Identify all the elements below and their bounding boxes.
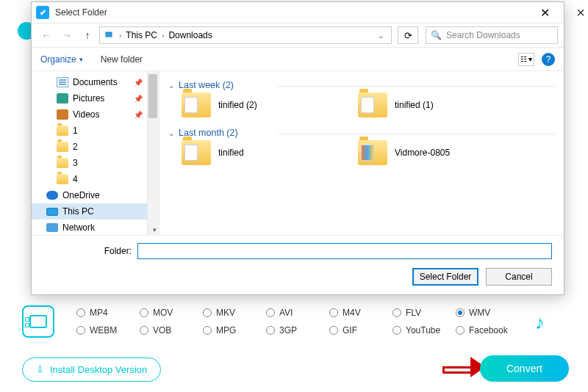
format-label: MPG	[216, 325, 236, 335]
tree-node-2[interactable]: 2	[32, 139, 159, 155]
format-mpg[interactable]: MPG	[203, 325, 263, 335]
radio-icon	[329, 326, 338, 335]
folder-item-label: Vidmore-0805	[395, 148, 450, 158]
cloud-icon	[46, 191, 58, 200]
download-icon: ⇩	[36, 364, 44, 375]
select-folder-button[interactable]: Select Folder	[412, 268, 478, 286]
format-label: MP4	[90, 308, 108, 318]
format-wmv[interactable]: WMV	[456, 308, 516, 318]
video-category-icon[interactable]	[22, 305, 54, 338]
dialog-navbar: ← → ↑ › This PC › Downloads ⌄ ⟳ 🔍 Search…	[32, 23, 564, 48]
tree-node-label: Pictures	[73, 93, 104, 104]
vid-icon	[57, 109, 68, 120]
breadcrumb-path[interactable]: Downloads	[168, 30, 212, 40]
format-selector-row: MP4MOVMKVAVIM4VFLVWMVWEBMVOBMPG3GPGIFYou…	[22, 305, 566, 338]
new-folder-button[interactable]: New folder	[101, 54, 143, 65]
tree-node-onedrive[interactable]: OneDrive	[32, 187, 159, 203]
tree-node-4[interactable]: 4	[32, 171, 159, 187]
radio-icon	[266, 308, 275, 317]
folder-field-label: Folder:	[43, 246, 132, 256]
tree-node-network[interactable]: Network	[32, 219, 159, 235]
cancel-button[interactable]: Cancel	[486, 268, 552, 286]
tree-node-pictures[interactable]: Pictures📌	[32, 90, 159, 106]
tree-node-label: Documents	[73, 77, 118, 87]
format-mp4[interactable]: MP4	[76, 308, 137, 318]
refresh-button[interactable]: ⟳	[398, 26, 418, 44]
radio-icon	[140, 326, 148, 335]
format-flv[interactable]: FLV	[392, 308, 453, 318]
chevron-down-icon: ⌄	[168, 81, 174, 90]
tree-node-label: 3	[73, 158, 78, 168]
breadcrumb-bar[interactable]: › This PC › Downloads ⌄	[99, 26, 392, 44]
folder-item[interactable]: Vidmore-0805	[358, 140, 505, 165]
tree-node-documents[interactable]: Documents📌	[32, 74, 159, 90]
help-button[interactable]: ?	[542, 53, 555, 66]
tree-node-this-pc[interactable]: This PC	[32, 203, 159, 219]
organize-menu[interactable]: Organize ▾	[40, 54, 83, 65]
format-label: YouTube	[406, 325, 440, 335]
format-label: VOB	[153, 325, 171, 335]
format-vob[interactable]: VOB	[140, 325, 200, 335]
format-3gp[interactable]: 3GP	[266, 325, 326, 335]
folder-tree[interactable]: ▾ Documents📌Pictures📌Videos📌1234OneDrive…	[32, 71, 159, 235]
dialog-close-button[interactable]: ✕	[530, 6, 559, 20]
view-options-button[interactable]: ☷ ▾	[518, 53, 534, 66]
format-label: GIF	[343, 325, 357, 335]
tree-node-3[interactable]: 3	[32, 155, 159, 171]
folder-name-input[interactable]	[137, 243, 552, 259]
format-m4v[interactable]: M4V	[329, 308, 390, 318]
bg-close-button[interactable]: ×	[576, 4, 585, 21]
convert-button[interactable]: Convert	[480, 355, 569, 382]
radio-icon	[392, 308, 401, 317]
folder-icon	[57, 126, 68, 136]
radio-icon	[329, 308, 338, 317]
breadcrumb-root[interactable]: This PC	[126, 30, 157, 40]
folder-icon	[57, 142, 68, 152]
nav-up-button[interactable]: ↑	[79, 26, 96, 44]
pin-icon: 📌	[134, 95, 143, 103]
format-label: MKV	[216, 308, 235, 318]
tree-node-1[interactable]: 1	[32, 123, 159, 139]
nav-forward-button[interactable]: →	[58, 26, 76, 44]
folder-item[interactable]: tinified (2)	[182, 92, 329, 117]
folder-icon	[358, 92, 387, 117]
scroll-down-icon[interactable]: ▾	[153, 226, 157, 233]
dialog-titlebar: ✔ Select Folder ✕	[32, 2, 564, 23]
breadcrumb-dropdown-icon[interactable]: ⌄	[373, 32, 388, 40]
format-label: WEBM	[90, 325, 117, 335]
radio-icon	[76, 326, 85, 335]
folder-icon	[182, 92, 211, 117]
search-input[interactable]: 🔍 Search Downloads	[426, 26, 558, 44]
tree-node-label: This PC	[62, 206, 94, 217]
tree-scrollbar[interactable]: ▾	[147, 71, 159, 235]
annotation-arrow	[442, 363, 485, 377]
radio-icon	[203, 326, 212, 335]
install-desktop-button[interactable]: ⇩ Install Desktop Version	[22, 357, 161, 382]
format-webm[interactable]: WEBM	[76, 325, 137, 335]
format-facebook[interactable]: Facebook	[456, 325, 516, 335]
folder-item[interactable]: tinified (1)	[358, 92, 505, 117]
folder-content-pane[interactable]: ⌄Last week (2)tinified (2)tinified (1)⌄L…	[159, 71, 564, 235]
format-label: M4V	[343, 308, 361, 318]
format-mov[interactable]: MOV	[140, 308, 200, 318]
folder-icon	[57, 158, 68, 168]
nav-back-button[interactable]: ←	[37, 26, 55, 44]
format-mkv[interactable]: MKV	[203, 308, 263, 318]
tree-node-label: 2	[73, 142, 78, 152]
tree-node-label: 1	[73, 126, 78, 136]
audio-category-icon[interactable]: ♪	[535, 311, 559, 335]
format-gif[interactable]: GIF	[329, 325, 390, 335]
format-label: Facebook	[469, 325, 508, 335]
format-avi[interactable]: AVI	[266, 308, 326, 318]
chevron-right-icon: ›	[162, 32, 164, 40]
chevron-down-icon: ⌄	[168, 129, 174, 137]
scrollbar-thumb[interactable]	[148, 74, 157, 118]
tree-node-videos[interactable]: Videos📌	[32, 106, 159, 123]
format-label: MOV	[153, 308, 173, 318]
radio-icon	[76, 308, 85, 317]
folder-item[interactable]: tinified	[182, 140, 329, 165]
folder-item-label: tinified (2)	[218, 100, 257, 110]
format-youtube[interactable]: YouTube	[392, 325, 453, 335]
format-label: 3GP	[279, 325, 297, 335]
folder-icon	[57, 174, 68, 184]
